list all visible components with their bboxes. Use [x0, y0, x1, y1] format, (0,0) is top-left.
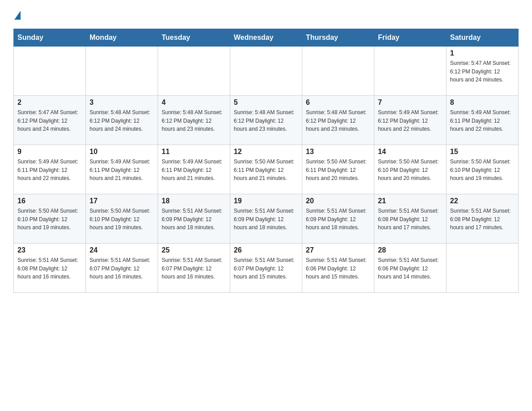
- page-header: [13, 9, 519, 20]
- day-info: Sunrise: 5:51 AM Sunset: 6:09 PM Dayligh…: [234, 207, 298, 232]
- day-number: 7: [378, 98, 442, 107]
- calendar-cell: 24Sunrise: 5:51 AM Sunset: 6:07 PM Dayli…: [86, 244, 158, 293]
- calendar-cell: 8Sunrise: 5:49 AM Sunset: 6:11 PM Daylig…: [446, 96, 519, 145]
- day-info: Sunrise: 5:47 AM Sunset: 6:12 PM Dayligh…: [17, 108, 82, 133]
- calendar-week-5: 23Sunrise: 5:51 AM Sunset: 6:08 PM Dayli…: [14, 244, 519, 293]
- calendar-cell: 15Sunrise: 5:50 AM Sunset: 6:10 PM Dayli…: [446, 145, 519, 194]
- day-info: Sunrise: 5:51 AM Sunset: 6:08 PM Dayligh…: [17, 256, 82, 281]
- day-number: 27: [306, 246, 370, 254]
- calendar-week-4: 16Sunrise: 5:50 AM Sunset: 6:10 PM Dayli…: [14, 194, 519, 244]
- calendar-cell: [158, 47, 230, 96]
- day-number: 10: [90, 148, 154, 156]
- calendar-cell: 18Sunrise: 5:51 AM Sunset: 6:09 PM Dayli…: [158, 194, 230, 244]
- calendar-cell: [14, 47, 86, 96]
- calendar-cell: 22Sunrise: 5:51 AM Sunset: 6:08 PM Dayli…: [446, 194, 519, 244]
- calendar-cell: 20Sunrise: 5:51 AM Sunset: 6:09 PM Dayli…: [302, 194, 374, 244]
- calendar-cell: 26Sunrise: 5:51 AM Sunset: 6:07 PM Dayli…: [230, 244, 302, 293]
- weekday-header-saturday: Saturday: [446, 29, 519, 47]
- calendar-cell: 16Sunrise: 5:50 AM Sunset: 6:10 PM Dayli…: [14, 194, 86, 244]
- calendar-cell: 17Sunrise: 5:50 AM Sunset: 6:10 PM Dayli…: [86, 194, 158, 244]
- day-number: 24: [90, 246, 154, 254]
- weekday-header-sunday: Sunday: [14, 29, 86, 47]
- day-number: 16: [17, 197, 82, 205]
- day-number: 25: [162, 246, 226, 254]
- day-info: Sunrise: 5:51 AM Sunset: 6:08 PM Dayligh…: [450, 207, 515, 232]
- calendar-cell: 13Sunrise: 5:50 AM Sunset: 6:11 PM Dayli…: [302, 145, 374, 194]
- day-number: 18: [162, 197, 226, 205]
- day-info: Sunrise: 5:50 AM Sunset: 6:10 PM Dayligh…: [378, 158, 442, 183]
- calendar-cell: 19Sunrise: 5:51 AM Sunset: 6:09 PM Dayli…: [230, 194, 302, 244]
- calendar-week-3: 9Sunrise: 5:49 AM Sunset: 6:11 PM Daylig…: [14, 145, 519, 194]
- logo: [13, 9, 22, 20]
- day-info: Sunrise: 5:51 AM Sunset: 6:07 PM Dayligh…: [234, 256, 298, 281]
- day-info: Sunrise: 5:49 AM Sunset: 6:11 PM Dayligh…: [17, 158, 82, 183]
- calendar-cell: 23Sunrise: 5:51 AM Sunset: 6:08 PM Dayli…: [14, 244, 86, 293]
- day-info: Sunrise: 5:49 AM Sunset: 6:11 PM Dayligh…: [90, 158, 154, 183]
- calendar-cell: 3Sunrise: 5:48 AM Sunset: 6:12 PM Daylig…: [86, 96, 158, 145]
- day-number: 2: [17, 98, 82, 107]
- calendar-cell: [446, 244, 519, 293]
- day-number: 26: [234, 246, 298, 254]
- day-info: Sunrise: 5:48 AM Sunset: 6:12 PM Dayligh…: [90, 108, 154, 133]
- weekday-header-row: SundayMondayTuesdayWednesdayThursdayFrid…: [14, 29, 519, 47]
- day-info: Sunrise: 5:50 AM Sunset: 6:10 PM Dayligh…: [450, 158, 515, 183]
- day-info: Sunrise: 5:51 AM Sunset: 6:09 PM Dayligh…: [306, 207, 370, 232]
- weekday-header-tuesday: Tuesday: [158, 29, 230, 47]
- day-number: 8: [450, 98, 515, 107]
- weekday-header-monday: Monday: [86, 29, 158, 47]
- day-number: 3: [90, 98, 154, 107]
- day-number: 14: [378, 148, 442, 156]
- day-number: 21: [378, 197, 442, 205]
- calendar-cell: 25Sunrise: 5:51 AM Sunset: 6:07 PM Dayli…: [158, 244, 230, 293]
- calendar-week-1: 1Sunrise: 5:47 AM Sunset: 6:12 PM Daylig…: [14, 47, 519, 96]
- calendar-cell: 21Sunrise: 5:51 AM Sunset: 6:08 PM Dayli…: [374, 194, 446, 244]
- weekday-header-wednesday: Wednesday: [230, 29, 302, 47]
- calendar-cell: 5Sunrise: 5:48 AM Sunset: 6:12 PM Daylig…: [230, 96, 302, 145]
- day-info: Sunrise: 5:51 AM Sunset: 6:06 PM Dayligh…: [306, 256, 370, 281]
- calendar-cell: 7Sunrise: 5:49 AM Sunset: 6:12 PM Daylig…: [374, 96, 446, 145]
- calendar-cell: 27Sunrise: 5:51 AM Sunset: 6:06 PM Dayli…: [302, 244, 374, 293]
- calendar-cell: [230, 47, 302, 96]
- day-number: 1: [450, 49, 515, 57]
- weekday-header-friday: Friday: [374, 29, 446, 47]
- day-number: 28: [378, 246, 442, 254]
- day-info: Sunrise: 5:51 AM Sunset: 6:07 PM Dayligh…: [90, 256, 154, 281]
- day-number: 5: [234, 98, 298, 107]
- logo-triangle-icon: [14, 11, 21, 20]
- day-number: 4: [162, 98, 226, 107]
- day-number: 12: [234, 148, 298, 156]
- day-info: Sunrise: 5:51 AM Sunset: 6:07 PM Dayligh…: [162, 256, 226, 281]
- day-info: Sunrise: 5:51 AM Sunset: 6:09 PM Dayligh…: [162, 207, 226, 232]
- day-number: 13: [306, 148, 370, 156]
- day-number: 23: [17, 246, 82, 254]
- day-number: 15: [450, 148, 515, 156]
- day-number: 19: [234, 197, 298, 205]
- calendar-cell: 14Sunrise: 5:50 AM Sunset: 6:10 PM Dayli…: [374, 145, 446, 194]
- calendar-cell: [86, 47, 158, 96]
- calendar-cell: 9Sunrise: 5:49 AM Sunset: 6:11 PM Daylig…: [14, 145, 86, 194]
- day-number: 9: [17, 148, 82, 156]
- day-info: Sunrise: 5:51 AM Sunset: 6:06 PM Dayligh…: [378, 256, 442, 281]
- day-number: 20: [306, 197, 370, 205]
- calendar-cell: [302, 47, 374, 96]
- calendar-cell: 12Sunrise: 5:50 AM Sunset: 6:11 PM Dayli…: [230, 145, 302, 194]
- calendar-cell: 1Sunrise: 5:47 AM Sunset: 6:12 PM Daylig…: [446, 47, 519, 96]
- calendar-cell: 4Sunrise: 5:48 AM Sunset: 6:12 PM Daylig…: [158, 96, 230, 145]
- day-info: Sunrise: 5:49 AM Sunset: 6:11 PM Dayligh…: [450, 108, 515, 133]
- day-info: Sunrise: 5:50 AM Sunset: 6:10 PM Dayligh…: [90, 207, 154, 232]
- calendar-week-2: 2Sunrise: 5:47 AM Sunset: 6:12 PM Daylig…: [14, 96, 519, 145]
- weekday-header-thursday: Thursday: [302, 29, 374, 47]
- day-info: Sunrise: 5:49 AM Sunset: 6:11 PM Dayligh…: [162, 158, 226, 183]
- day-info: Sunrise: 5:50 AM Sunset: 6:10 PM Dayligh…: [17, 207, 82, 232]
- day-number: 11: [162, 148, 226, 156]
- calendar-cell: 28Sunrise: 5:51 AM Sunset: 6:06 PM Dayli…: [374, 244, 446, 293]
- calendar-cell: 2Sunrise: 5:47 AM Sunset: 6:12 PM Daylig…: [14, 96, 86, 145]
- calendar-table: SundayMondayTuesdayWednesdayThursdayFrid…: [13, 29, 519, 293]
- day-info: Sunrise: 5:51 AM Sunset: 6:08 PM Dayligh…: [378, 207, 442, 232]
- day-info: Sunrise: 5:50 AM Sunset: 6:11 PM Dayligh…: [306, 158, 370, 183]
- day-info: Sunrise: 5:50 AM Sunset: 6:11 PM Dayligh…: [234, 158, 298, 183]
- calendar-cell: 6Sunrise: 5:48 AM Sunset: 6:12 PM Daylig…: [302, 96, 374, 145]
- day-number: 17: [90, 197, 154, 205]
- day-info: Sunrise: 5:49 AM Sunset: 6:12 PM Dayligh…: [378, 108, 442, 133]
- calendar-cell: 10Sunrise: 5:49 AM Sunset: 6:11 PM Dayli…: [86, 145, 158, 194]
